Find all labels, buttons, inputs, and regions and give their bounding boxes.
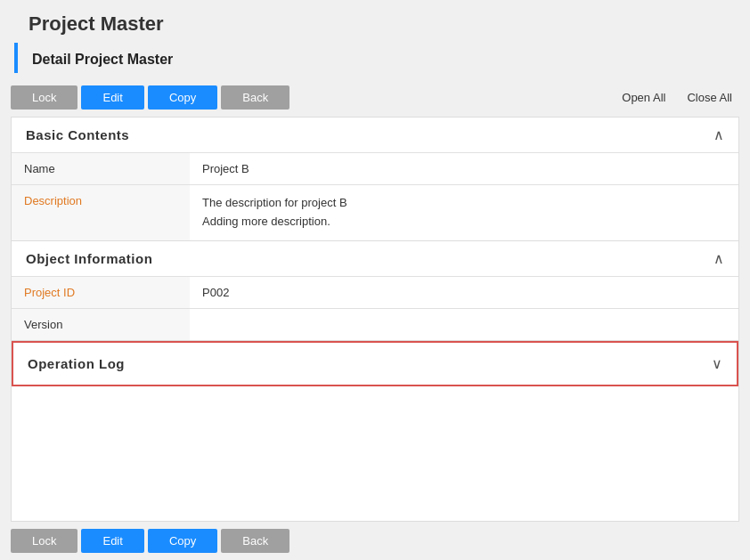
object-information-toggle[interactable]: ∧ <box>713 250 724 267</box>
basic-contents-table: Name Project B Description The descripti… <box>12 152 738 240</box>
operation-log-section: Operation Log ∨ <box>12 341 738 386</box>
operation-log-title: Operation Log <box>28 356 125 371</box>
top-copy-button[interactable]: Copy <box>148 85 217 110</box>
page-title: Project Master <box>14 5 736 39</box>
name-value: Project B <box>190 153 738 185</box>
page-wrapper: Project Master Detail Project Master Loc… <box>0 0 750 560</box>
name-label: Name <box>12 153 190 185</box>
bottom-back-button[interactable]: Back <box>221 529 289 553</box>
table-row: Project ID P002 <box>12 276 738 308</box>
bottom-lock-button[interactable]: Lock <box>11 529 77 553</box>
top-back-button[interactable]: Back <box>221 85 289 110</box>
bottom-copy-button[interactable]: Copy <box>148 529 217 553</box>
basic-contents-toggle[interactable]: ∧ <box>713 126 724 143</box>
open-all-button[interactable]: Open All <box>615 85 673 110</box>
top-edit-button[interactable]: Edit <box>81 85 143 110</box>
operation-log-chevron-down-icon: ∨ <box>712 356 722 371</box>
basic-contents-section: Basic Contents ∧ Name Project B Descript… <box>12 118 738 241</box>
project-id-label: Project ID <box>12 276 190 308</box>
top-lock-button[interactable]: Lock <box>11 85 77 110</box>
basic-contents-header: Basic Contents ∧ <box>12 118 738 152</box>
description-label: Description <box>12 185 190 240</box>
description-line2: Adding more description. <box>202 213 726 231</box>
object-information-title: Object Information <box>26 251 152 266</box>
top-toolbar: Lock Edit Copy Back Open All Close All <box>0 78 750 117</box>
version-label: Version <box>12 308 190 340</box>
close-all-button[interactable]: Close All <box>680 85 739 110</box>
page-title-wrapper: Project Master <box>0 0 750 41</box>
object-information-header: Object Information ∧ <box>12 241 738 276</box>
description-line1: The description for project B <box>202 194 726 213</box>
table-row: Version <box>12 308 738 340</box>
bottom-toolbar: Lock Edit Copy Back <box>0 522 750 560</box>
main-content: Basic Contents ∧ Name Project B Descript… <box>11 117 739 522</box>
basic-contents-chevron-up-icon: ∧ <box>713 127 724 142</box>
table-row: Name Project B <box>12 153 738 185</box>
object-information-section: Object Information ∧ Project ID P002 Ver… <box>12 241 738 341</box>
object-information-table: Project ID P002 Version <box>12 276 738 340</box>
bottom-edit-button[interactable]: Edit <box>81 529 143 553</box>
description-value: The description for project B Adding mor… <box>190 185 738 240</box>
basic-contents-title: Basic Contents <box>26 127 129 142</box>
version-value <box>190 308 738 340</box>
operation-log-toggle[interactable]: ∨ <box>712 355 722 372</box>
project-id-value: P002 <box>190 276 738 308</box>
object-information-chevron-up-icon: ∧ <box>713 251 724 266</box>
table-row: Description The description for project … <box>12 185 738 240</box>
page-subheading: Detail Project Master <box>14 43 736 73</box>
